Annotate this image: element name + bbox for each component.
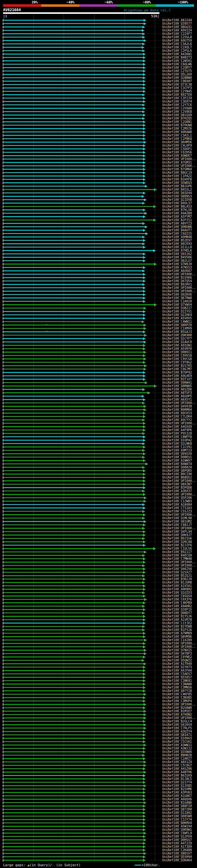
hit-label[interactable]: UniRef100_Q5SH94 [162,855,192,859]
hit-label[interactable]: UniRef100_Q2BBW0 [162,76,192,80]
hit-label[interactable]: UniRef100_B9JRV1 [162,283,192,286]
hit-bar[interactable] [4,772,144,773]
hit-label[interactable]: UniRef100_B1GAN6 [162,801,192,804]
hit-bar[interactable] [4,558,143,559]
hit-bar[interactable] [4,331,143,332]
hit-bar[interactable] [4,277,143,278]
hit-label[interactable]: UniRef100_B5GAJ3 [162,330,192,334]
hit-bar[interactable] [4,826,143,827]
hit-label[interactable]: UniRef100_A5V0V5 [162,316,192,320]
hit-label[interactable]: UniRef100_Q3BZ17 [162,306,192,310]
hit-label[interactable]: UniRef100_A9CYY2 [162,418,192,422]
hit-label[interactable]: UniRef100_P95328 [162,432,192,435]
hit-bar[interactable] [4,477,143,478]
hit-bar[interactable] [4,186,145,187]
hit-label[interactable]: UniRef100_A1TR40 [162,662,192,665]
hit-label[interactable]: UniRef100_B0CI90 [162,472,192,476]
hit-label[interactable]: UniRef100_B1HXF8 [162,178,192,181]
hit-label[interactable]: UniRef100_C1ZWB3 [162,499,192,503]
hit-label[interactable]: UniRef100_UPI000.. [162,479,195,483]
hit-bar[interactable] [4,552,144,552]
hit-label[interactable]: UniRef100_Q10663 [162,737,192,740]
hit-label[interactable]: UniRef100_Q3SNA6 [162,750,192,753]
hit-label[interactable]: UniRef100_B5ZQJ1 [162,574,192,577]
hit-label[interactable]: UniRef100_C0ZH56 [162,151,192,154]
hit-bar[interactable] [4,562,143,563]
hit-label[interactable]: UniRef100_A1T389 [162,845,192,848]
hit-label[interactable]: UniRef100_Q5L269 [162,73,192,76]
hit-label[interactable]: UniRef100_A6SZD6 [162,388,192,391]
hit-bar[interactable] [4,568,143,569]
hit-label[interactable]: UniRef100_Q0BDY7 [162,611,192,615]
hit-bar[interactable] [4,385,155,386]
hit-label[interactable]: UniRef100_B9ITE0 [162,93,192,96]
hit-bar[interactable] [4,352,144,352]
hit-label[interactable]: UniRef100_B8HBZ8 [162,753,192,757]
hit-label[interactable]: UniRef100_Q73C38 [162,83,192,86]
hit-label[interactable]: UniRef100_Q085W0 [162,814,192,818]
hit-label[interactable]: UniRef100_Q4FL94 [162,530,192,533]
hit-bar[interactable] [4,765,144,766]
hit-label[interactable]: UniRef100_A4T2Z9 [162,841,192,845]
hit-bar[interactable] [4,650,144,651]
hit-bar[interactable] [4,301,143,302]
hit-bar[interactable] [4,839,144,840]
hit-bar[interactable] [4,433,143,434]
hit-label[interactable]: UniRef100_UPI000.. [162,560,195,564]
hit-label[interactable]: UniRef100_C2Q8N1 [162,120,192,123]
hit-bar[interactable] [4,220,154,220]
hit-bar[interactable] [4,314,143,315]
hit-label[interactable]: UniRef100_C0G7M7 [162,367,192,371]
hit-bar[interactable] [4,142,144,143]
hit-label[interactable]: UniRef100_UPI000.. [162,422,195,425]
hit-bar[interactable] [4,179,143,180]
hit-label[interactable]: UniRef100_Q46ZV8 [162,567,192,570]
hit-label[interactable]: UniRef100_A7HEL6 [162,249,192,252]
hit-label[interactable]: UniRef100_UPI000.. [162,703,195,706]
hit-label[interactable]: UniRef100_C1UL56 [162,547,192,550]
hit-label[interactable]: UniRef100_C9RXH7 [162,80,192,83]
hit-bar[interactable] [4,152,143,153]
hit-label[interactable]: UniRef100_C2Z4F7 [162,32,192,35]
hit-bar[interactable] [4,670,143,671]
hit-label[interactable]: UniRef100_UPI000.. [162,527,195,530]
hit-bar[interactable] [4,341,144,342]
hit-label[interactable]: UniRef100_Q87ZR0 [162,808,192,811]
hit-label[interactable]: UniRef100_C1YJE2 [162,621,192,625]
hit-label[interactable]: UniRef100_Q8VM96 [162,635,192,638]
hit-label[interactable]: UniRef100_Q1ML98 [162,516,192,520]
hit-bar[interactable] [4,687,143,688]
hit-bar[interactable] [4,182,143,183]
hit-bar[interactable] [4,369,144,370]
hit-bar[interactable] [4,23,144,24]
hit-bar[interactable] [4,534,143,535]
hit-bar[interactable] [4,849,143,850]
hit-bar[interactable] [4,524,143,525]
hit-label[interactable]: UniRef100_B2S765 [162,364,192,367]
hit-label[interactable]: UniRef100_Q7W9J0 [162,262,192,266]
hit-label[interactable]: UniRef100_C1XMV9 [162,327,192,330]
hit-label[interactable]: UniRef100_C1XZ89 [162,638,192,642]
hit-bar[interactable] [4,507,143,508]
hit-label[interactable]: UniRef100_Q2KCA8 [162,540,192,544]
hit-label[interactable]: UniRef100_Q47BF3 [162,652,192,655]
hit-label[interactable]: UniRef100_Q1CYF7 [162,337,192,340]
hit-bar[interactable] [4,707,143,708]
hit-label[interactable]: UniRef100_Q1UZX3 [162,591,192,594]
hit-label[interactable]: UniRef100_B4AUT7 [162,228,192,232]
hit-label[interactable]: UniRef100_A3WW11 [162,743,192,747]
hit-bar[interactable] [4,629,143,630]
hit-bar[interactable] [4,788,143,789]
hit-bar[interactable] [4,768,143,769]
hit-label[interactable]: UniRef100_B0KMX4 [162,821,192,825]
hit-label[interactable]: UniRef100_Q9RW41 [162,381,192,384]
hit-bar[interactable] [4,494,143,495]
hit-bar[interactable] [4,396,142,397]
hit-label[interactable]: UniRef100_C3CFF3 [162,86,192,90]
hit-bar[interactable] [4,379,143,380]
hit-label[interactable]: UniRef100_B8LA53 [162,205,192,208]
hit-label[interactable]: UniRef100_B7GM60 [162,167,192,171]
hit-bar[interactable] [4,795,143,796]
hit-label[interactable]: UniRef100_A9AHR2 [162,604,192,608]
hit-bar[interactable] [4,738,143,739]
